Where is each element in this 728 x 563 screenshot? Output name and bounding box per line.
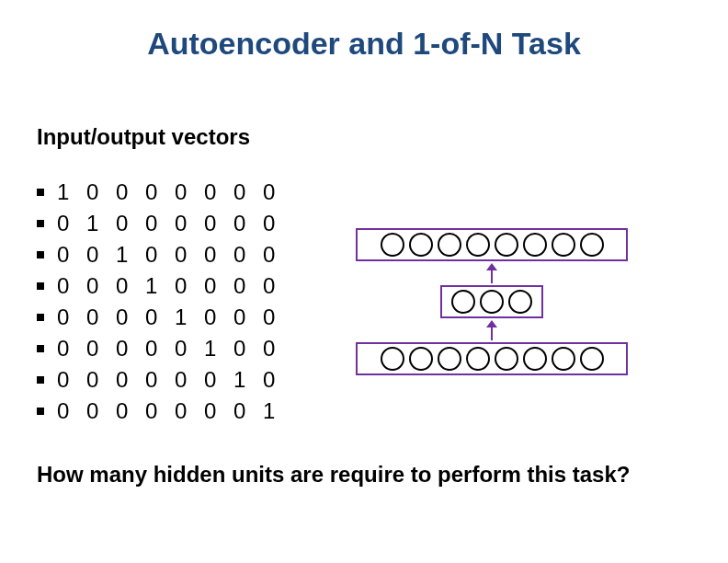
bullet-icon: [37, 189, 44, 196]
node-icon: [409, 233, 433, 257]
node-icon: [552, 233, 575, 257]
input-layer: [356, 342, 628, 375]
bullet-icon: [37, 345, 44, 352]
svg-marker-3: [486, 320, 497, 327]
node-icon: [580, 347, 604, 371]
node-icon: [381, 233, 404, 257]
list-item: 0 1 0 0 0 0 0 0: [37, 208, 280, 239]
question-text: How many hidden units are require to per…: [37, 462, 699, 488]
node-icon: [508, 290, 532, 314]
node-icon: [438, 347, 461, 371]
node-icon: [480, 290, 504, 314]
node-icon: [438, 233, 461, 257]
list-item: 0 0 1 0 0 0 0 0: [37, 239, 280, 270]
vector-list: 1 0 0 0 0 0 0 0 0 1 0 0 0 0 0 0 0 0 1 0 …: [37, 177, 280, 427]
list-item: 1 0 0 0 0 0 0 0: [37, 177, 280, 208]
bullet-icon: [37, 282, 44, 290]
vector-text: 1 0 0 0 0 0 0 0: [57, 179, 280, 205]
bullet-icon: [37, 376, 44, 384]
node-icon: [523, 347, 547, 371]
vector-text: 0 0 1 0 0 0 0 0: [57, 242, 280, 268]
arrow-up-icon: [354, 320, 630, 340]
vector-text: 0 0 0 0 0 0 1 0: [57, 367, 280, 393]
list-item: 0 0 0 0 1 0 0 0: [37, 302, 280, 333]
bullet-icon: [37, 314, 44, 321]
node-icon: [495, 347, 518, 371]
node-icon: [495, 233, 518, 257]
node-icon: [466, 233, 490, 257]
vector-text: 0 1 0 0 0 0 0 0: [57, 211, 280, 236]
node-icon: [451, 290, 475, 314]
node-icon: [580, 233, 604, 257]
node-icon: [523, 233, 547, 257]
subtitle: Input/output vectors: [37, 124, 250, 150]
vector-text: 0 0 0 0 1 0 0 0: [57, 304, 280, 330]
node-icon: [381, 347, 404, 371]
list-item: 0 0 0 0 0 1 0 0: [37, 333, 280, 364]
slide-title: Autoencoder and 1-of-N Task: [0, 26, 728, 62]
node-icon: [409, 347, 433, 371]
bullet-icon: [37, 251, 44, 259]
svg-marker-1: [486, 263, 497, 270]
bullet-icon: [37, 408, 44, 415]
list-item: 0 0 0 0 0 0 1 0: [37, 364, 280, 396]
vector-text: 0 0 0 1 0 0 0 0: [57, 273, 280, 299]
network-diagram: [354, 228, 630, 375]
node-icon: [552, 347, 575, 371]
hidden-layer: [440, 285, 543, 318]
output-layer: [356, 228, 628, 261]
node-icon: [466, 347, 490, 371]
vector-text: 0 0 0 0 0 1 0 0: [57, 336, 280, 362]
list-item: 0 0 0 1 0 0 0 0: [37, 270, 280, 302]
bullet-icon: [37, 220, 44, 227]
vector-text: 0 0 0 0 0 0 0 1: [57, 398, 280, 424]
list-item: 0 0 0 0 0 0 0 1: [37, 396, 280, 427]
arrow-up-icon: [354, 263, 630, 283]
